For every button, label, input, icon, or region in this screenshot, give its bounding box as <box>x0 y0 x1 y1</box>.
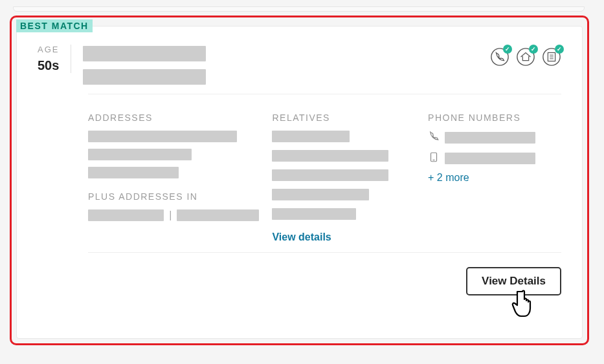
relative-placeholder <box>272 131 350 142</box>
check-icon: ✓ <box>555 45 564 54</box>
card-header: AGE 50s ✓ ✓ ✓ <box>38 45 561 85</box>
mobile-icon <box>428 151 440 166</box>
phone-row <box>428 151 561 166</box>
phone-placeholder <box>445 153 535 164</box>
card-footer: View Details <box>88 252 561 295</box>
landline-icon <box>428 131 440 145</box>
relative-placeholder <box>272 189 369 200</box>
check-icon: ✓ <box>529 45 538 54</box>
name-placeholder <box>83 46 206 61</box>
check-icon: ✓ <box>503 45 512 54</box>
address-placeholder <box>88 131 237 142</box>
phone-row <box>428 131 561 145</box>
relatives-view-details-link[interactable]: View details <box>272 231 331 243</box>
name-block <box>83 45 490 85</box>
addresses-heading: ADDRESSES <box>88 112 259 123</box>
data-indicator-row: ✓ ✓ ✓ <box>490 45 561 67</box>
result-card-container: BEST MATCH AGE 50s ✓ ✓ <box>10 16 589 345</box>
address-placeholder <box>88 149 192 160</box>
phone-placeholder <box>445 132 535 144</box>
relatives-column: RELATIVES View details <box>272 112 415 243</box>
relatives-heading: RELATIVES <box>272 112 415 123</box>
relative-placeholder <box>272 208 356 220</box>
age-block: AGE 50s <box>38 45 71 73</box>
prev-card-edge <box>13 6 585 12</box>
separator: | <box>169 209 172 221</box>
best-match-badge: BEST MATCH <box>16 19 93 32</box>
view-details-button[interactable]: View Details <box>466 267 561 295</box>
age-value: 50s <box>38 58 59 73</box>
plus-addresses-heading: PLUS ADDRESSES IN <box>88 191 259 202</box>
home-indicator-icon: ✓ <box>516 47 535 67</box>
phones-column: PHONE NUMBERS + 2 more <box>428 112 561 243</box>
phone-indicator-icon: ✓ <box>490 47 509 67</box>
phones-heading: PHONE NUMBERS <box>428 112 561 123</box>
relative-placeholder <box>272 150 388 162</box>
plus-addresses-section: PLUS ADDRESSES IN | <box>88 191 259 221</box>
address-placeholder <box>88 209 164 221</box>
address-placeholder <box>88 167 179 178</box>
address-placeholder <box>177 209 259 221</box>
name-placeholder <box>83 69 206 85</box>
result-card: AGE 50s ✓ ✓ ✓ <box>16 26 583 339</box>
records-indicator-icon: ✓ <box>542 47 561 67</box>
age-label: AGE <box>38 45 59 54</box>
card-body: ADDRESSES PLUS ADDRESSES IN | RELATIVES <box>88 94 561 243</box>
relative-placeholder <box>272 169 388 181</box>
addresses-column: ADDRESSES PLUS ADDRESSES IN | <box>88 112 259 243</box>
more-phones-link[interactable]: + 2 more <box>428 172 469 183</box>
